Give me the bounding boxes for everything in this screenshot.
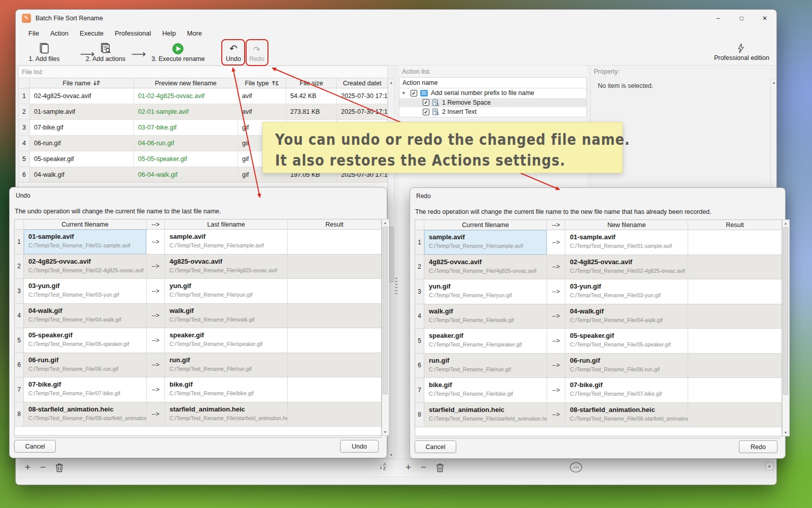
scroll-down-button[interactable]: ▼ bbox=[765, 462, 773, 470]
more-options-ellipsis-icon[interactable]: ⋯ bbox=[570, 462, 582, 472]
undo-row[interactable]: 808-starfield_animation.heicC:/Temp/Test… bbox=[15, 402, 381, 427]
add-action-icon-button[interactable]: + bbox=[405, 462, 411, 473]
redo-row[interactable]: 5speaker.gifC:/Temp/Test_Rename_File/spe… bbox=[415, 329, 782, 354]
close-button[interactable]: ✕ bbox=[753, 10, 776, 26]
file-row[interactable]: 102-4g825-ovvac.avif01-02-4g825-ovvac.av… bbox=[19, 88, 387, 104]
col-result[interactable]: Result bbox=[288, 219, 381, 229]
add-files-button[interactable]: 1. Add files bbox=[28, 41, 59, 62]
action-group-icon bbox=[420, 90, 428, 97]
scroll-up-icon[interactable]: ▲ bbox=[388, 79, 394, 86]
action-child-row[interactable]: ✓ 2 Insert Text bbox=[399, 107, 586, 117]
redo-row[interactable]: 3yun.gifC:/Temp/Test_Rename_File/yun.gif… bbox=[415, 279, 782, 304]
redo-table-scrollbar[interactable]: ▲ ▼ bbox=[782, 219, 790, 436]
scroll-down-icon[interactable]: ▼ bbox=[783, 429, 789, 436]
col-result[interactable]: Result bbox=[688, 220, 782, 230]
add-actions-button[interactable]: 2. Add actions bbox=[86, 41, 126, 62]
undo-cancel-button[interactable]: Cancel bbox=[14, 440, 56, 453]
undo-confirm-button[interactable]: Undo bbox=[340, 440, 379, 453]
file-name: 04-walk.gif bbox=[30, 167, 134, 182]
menu-professional[interactable]: Professional bbox=[109, 28, 157, 39]
menu-action[interactable]: Action bbox=[45, 28, 74, 39]
scroll-thumb[interactable] bbox=[383, 227, 388, 394]
delete-files-trash-icon[interactable] bbox=[55, 463, 63, 472]
expand-icon[interactable]: ▾ bbox=[402, 90, 408, 96]
col-file-name[interactable]: File name bbox=[30, 78, 134, 88]
col-created[interactable]: Created datet bbox=[337, 78, 387, 88]
last-filename-cell: speaker.gifC:/Temp/Test_Rename_File/spea… bbox=[165, 328, 288, 353]
checkbox-checked[interactable]: ✓ bbox=[411, 90, 417, 97]
file-name: 06-run.gif bbox=[30, 136, 134, 151]
scroll-up-icon[interactable]: ▲ bbox=[382, 219, 388, 226]
menu-more[interactable]: More bbox=[181, 28, 208, 39]
pane-splitter[interactable] bbox=[395, 278, 397, 296]
undo-row[interactable]: 606-run.gifC:/Temp/Test_Rename_File/06-r… bbox=[15, 353, 381, 378]
redo-row[interactable]: 1sample.avifC:/Temp/Test_Rename_File/sam… bbox=[415, 230, 782, 255]
current-filename-cell: starfield_animation.heicC:/Temp/Test_Ren… bbox=[424, 403, 547, 427]
scroll-down-icon[interactable]: ▼ bbox=[388, 452, 394, 458]
file-row[interactable]: 201-sample.avif02-01-sample.avifavif273.… bbox=[19, 104, 387, 120]
scroll-thumb[interactable] bbox=[783, 227, 788, 395]
last-filename-cell: run.gifC:/Temp/Test_Rename_File/run.gif bbox=[165, 353, 288, 377]
execute-rename-button[interactable]: 3. Execute rename bbox=[152, 41, 205, 62]
menu-file[interactable]: File bbox=[23, 28, 45, 39]
current-filename-cell: walk.gifC:/Temp/Test_Rename_File/walk.gi… bbox=[424, 304, 547, 329]
action-child-row[interactable]: ✓ 1 Remove Space bbox=[399, 98, 586, 108]
col-file-size[interactable]: File size bbox=[286, 78, 337, 88]
action-root-row[interactable]: ▾ ✓ Add serial number prefix to file nam… bbox=[399, 88, 586, 98]
delete-actions-trash-icon[interactable] bbox=[436, 463, 444, 472]
undo-row[interactable]: 404-walk.gifC:/Temp/Test_Rename_File/04-… bbox=[15, 304, 381, 329]
current-filename-cell: 07-bike.gifC:/Temp/Test_Rename_File/07-b… bbox=[24, 377, 147, 402]
checkbox-checked[interactable]: ✓ bbox=[423, 109, 429, 115]
result-cell bbox=[688, 279, 782, 304]
col-last-filename[interactable]: Last filename bbox=[165, 219, 288, 229]
col-new-filename[interactable]: New filename bbox=[565, 220, 688, 230]
redo-row[interactable]: 4walk.gifC:/Temp/Test_Rename_File/walk.g… bbox=[415, 304, 782, 329]
checkbox-checked[interactable]: ✓ bbox=[423, 99, 429, 106]
menu-help[interactable]: Help bbox=[157, 28, 182, 39]
edition-badge: Professional edition bbox=[714, 41, 769, 61]
action-name-header[interactable]: Action name bbox=[399, 78, 586, 88]
redo-row[interactable]: 8starfield_animation.heicC:/Temp/Test_Re… bbox=[415, 403, 782, 428]
titlebar[interactable]: ✎ Batch File Sort Rename – □ ✕ bbox=[16, 10, 776, 26]
menu-execute[interactable]: Execute bbox=[74, 28, 109, 39]
minimize-icon: – bbox=[717, 15, 720, 22]
add-file-icon-button[interactable]: + bbox=[25, 462, 30, 473]
redo-row[interactable]: 6run.gifC:/Temp/Test_Rename_File/run.gif… bbox=[415, 354, 782, 378]
callout-tooltip: You can undo or redo the changed file na… bbox=[262, 122, 623, 173]
action-item-icon bbox=[432, 99, 439, 106]
action-child-label: 2 Insert Text bbox=[442, 108, 477, 115]
remove-file-icon-button[interactable]: − bbox=[40, 462, 46, 473]
redo-confirm-button[interactable]: Redo bbox=[739, 440, 777, 453]
undo-button[interactable]: ↶ Undo bbox=[226, 41, 241, 62]
remove-action-icon-button[interactable]: − bbox=[421, 462, 426, 473]
col-current-filename[interactable]: Current filename bbox=[24, 219, 147, 229]
undo-row[interactable]: 202-4g825-ovvac.avifC:/Temp/Test_Rename_… bbox=[15, 255, 381, 279]
undo-row[interactable]: 101-sample.avifC:/Temp/Test_Rename_File/… bbox=[15, 230, 381, 255]
undo-row[interactable]: 707-bike.gifC:/Temp/Test_Rename_File/07-… bbox=[15, 377, 381, 402]
col-current-filename[interactable]: Current filename bbox=[424, 220, 547, 230]
new-filename-cell: 08-starfield_animation.heicC:/Temp/Test_… bbox=[565, 403, 688, 427]
col-preview[interactable]: Preview new filename bbox=[134, 78, 238, 88]
redo-button[interactable]: ↷ Redo bbox=[249, 41, 264, 62]
undo-row[interactable]: 505-speaker.gifC:/Temp/Test_Rename_File/… bbox=[15, 328, 381, 353]
undo-table-scrollbar[interactable]: ▲ ▼ bbox=[382, 219, 389, 436]
scroll-down-icon[interactable]: ▼ bbox=[382, 429, 388, 435]
result-cell bbox=[688, 378, 782, 402]
new-filename-cell: 05-speaker.gifC:/Temp/Test_Rename_File/0… bbox=[565, 329, 688, 353]
scroll-up-icon[interactable]: ▲ bbox=[783, 220, 789, 227]
scroll-thumb[interactable] bbox=[389, 227, 394, 282]
col-file-type[interactable]: File type bbox=[238, 78, 286, 88]
new-filename-cell: 04-walk.gifC:/Temp/Test_Rename_File/04-w… bbox=[565, 304, 688, 329]
minimize-button[interactable]: – bbox=[706, 10, 730, 26]
dialog-separator bbox=[415, 438, 781, 438]
lightning-icon bbox=[737, 41, 745, 53]
maximize-button[interactable]: □ bbox=[730, 10, 753, 26]
redo-row[interactable]: 7bike.gifC:/Temp/Test_Rename_File/bike.g… bbox=[415, 378, 782, 403]
redo-cancel-button[interactable]: Cancel bbox=[415, 440, 456, 453]
redo-row[interactable]: 24g825-ovvac.avifC:/Temp/Test_Rename_Fil… bbox=[415, 255, 782, 280]
scroll-up-icon[interactable]: ▲ bbox=[771, 79, 777, 86]
undo-row[interactable]: 303-yun.gifC:/Temp/Test_Rename_File/03-y… bbox=[15, 279, 381, 304]
add-files-icon bbox=[38, 41, 50, 54]
action-child-label: 1 Remove Space bbox=[442, 99, 491, 106]
sort-az-icon[interactable]: ↓AZ bbox=[379, 462, 386, 470]
